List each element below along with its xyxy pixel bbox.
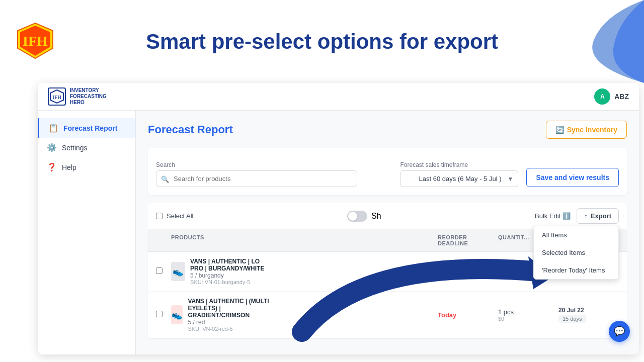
toolbar-right: Bulk Edit ℹ️ ↑ Export All Items Selected… [535,208,619,224]
filter-row: Search 🔍 Forecast sales timeframe 📅 Last… [148,148,627,195]
sidebar-item-label: Help [62,163,76,171]
sidebar-item-settings[interactable]: ⚙️ Settings [38,138,135,157]
row-checkbox-1[interactable] [156,267,163,274]
date-select-wrap: 📅 Last 60 days (6 May - 5 Jul ) ▼ [400,170,518,187]
app-body: 📋 Forecast Report ⚙️ Settings ❓ Help For… [38,111,639,354]
product-sku-2: SKU: VN-02-red-5 [188,326,272,332]
export-wrap: ↑ Export All Items Selected Items 'Reord… [577,208,619,224]
sidebar: 📋 Forecast Report ⚙️ Settings ❓ Help [38,111,136,354]
export-dropdown: All Items Selected Items 'Reorder Today'… [533,226,619,280]
product-info-2: 👟 VANS | AUTHENTIC | (MULTI EYELETS) | G… [171,298,272,332]
svg-text:IFH: IFH [52,95,61,100]
row-checkbox-2[interactable] [156,311,163,317]
col-reorder-deadline: REORDER DEADLINE [438,234,498,246]
app-logo: IFH INVENTORY FORECASTING HERO [48,87,107,106]
forecast-timeframe-group: Forecast sales timeframe 📅 Last 60 days … [400,161,518,187]
save-group: Save and view results [526,156,619,187]
help-icon: ❓ [47,162,57,172]
sidebar-item-label: Forecast Report [63,124,117,132]
chevron-down-icon: ▼ [508,175,514,183]
sidebar-item-label: Settings [62,144,88,152]
product-details-2: VANS | AUTHENTIC | (MULTI EYELETS) | GRA… [188,298,272,332]
banner-title: Smart pre-select options for export [30,30,614,54]
col-products: PRODUCTS [171,234,272,246]
product-variant-2: 5 / red [188,319,272,326]
settings-icon: ⚙️ [47,143,57,152]
product-name-1: VANS | AUTHENTIC | LO PRO | BURGANDY/WHI… [190,258,272,272]
table-row: 👟 VANS | AUTHENTIC | (MULTI EYELETS) | G… [148,292,627,338]
save-view-results-button[interactable]: Save and view results [526,168,619,187]
export-reorder-today-items[interactable]: 'Reorder Today' Items [534,261,618,279]
export-button[interactable]: ↑ Export [577,208,619,224]
product-thumbnail-2: 👟 [171,305,183,324]
product-info-1: 👟 VANS | AUTHENTIC | LO PRO | BURGANDY/W… [171,258,272,285]
forecast-icon: 📋 [48,123,58,133]
forecast-label: Forecast sales timeframe [400,161,518,168]
forecast-timeframe-select[interactable]: Last 60 days (6 May - 5 Jul ) [400,170,518,187]
export-icon: ↑ [584,212,588,220]
toggle-wrap: Sh [347,211,381,222]
main-header: Forecast Report 🔄 Sync Inventory [148,121,627,139]
page-title: Forecast Report [148,123,233,136]
product-details-1: VANS | AUTHENTIC | LO PRO | BURGANDY/WHI… [190,258,272,285]
top-banner: IFH Smart pre-select options for export [0,0,644,83]
export-all-items[interactable]: All Items [534,226,618,244]
sync-icon: 🔄 [555,126,564,134]
quantity-2: 1 pcs $0 [498,308,558,322]
search-input-wrap: 🔍 [156,170,392,187]
sync-inventory-button[interactable]: 🔄 Sync Inventory [546,121,627,139]
sidebar-item-forecast-report[interactable]: 📋 Forecast Report [38,118,135,138]
product-name-2: VANS | AUTHENTIC | (MULTI EYELETS) | GRA… [188,298,272,319]
dates-2: 20 Jul 22 15 days [558,307,619,323]
user-info: A ABZ [594,88,629,105]
info-icon: ℹ️ [562,212,571,220]
sidebar-item-help[interactable]: ❓ Help [38,157,135,177]
chat-bubble-button[interactable]: 💬 [609,321,630,342]
show-label: Sh [371,212,381,221]
select-all-wrap: Select All [156,212,193,220]
logo-icon: IFH [48,87,66,106]
app-window: IFH INVENTORY FORECASTING HERO A ABZ 📋 F… [38,83,639,354]
product-sku-1: SKU: VN-01-burgandy-5 [190,279,272,285]
logo-text: INVENTORY FORECASTING HERO [70,87,107,106]
export-selected-items[interactable]: Selected Items [534,244,618,261]
select-all-checkbox[interactable] [156,213,163,219]
select-all-label: Select All [167,212,193,220]
app-header: IFH INVENTORY FORECASTING HERO A ABZ [38,83,639,111]
user-name: ABZ [614,93,629,101]
reorder-deadline-1: Today [438,268,498,276]
table-toolbar: Select All Sh Bulk Edit ℹ️ ↑ [148,203,627,229]
avatar: A [594,88,610,105]
toggle-knob [348,212,357,221]
search-group: Search 🔍 [156,161,392,187]
reorder-deadline-2: Today [438,311,498,319]
search-icon: 🔍 [161,175,169,183]
search-input[interactable] [156,170,357,187]
product-thumbnail-1: 👟 [171,262,185,281]
main-content: Forecast Report 🔄 Sync Inventory Search … [136,111,639,354]
search-label: Search [156,161,392,168]
product-variant-1: 5 / burgandy [190,272,272,279]
bulk-edit-button[interactable]: Bulk Edit ℹ️ [535,212,571,220]
toggle[interactable] [347,211,367,222]
